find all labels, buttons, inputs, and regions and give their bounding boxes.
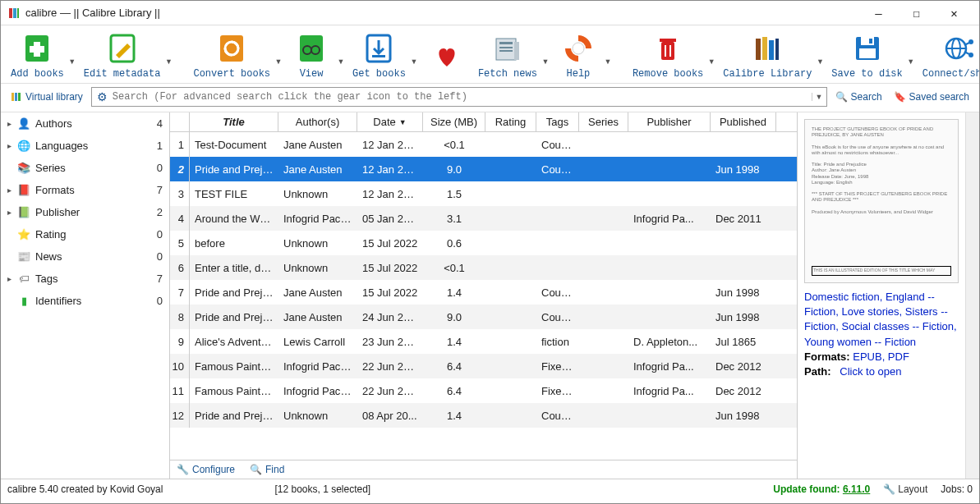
help-button[interactable]: Help <box>554 30 603 80</box>
cell-date: 15 Jul 2022 <box>357 286 423 299</box>
help-dropdown[interactable]: ▼ <box>603 44 613 66</box>
virtual-library-button[interactable]: Virtual library <box>7 89 86 104</box>
cell-size: 6.4 <box>423 360 485 373</box>
window-title: calibre — || Calibre Library || <box>25 7 860 19</box>
saved-search-button[interactable]: 🔖 Saved search <box>890 89 973 104</box>
search-dropdown[interactable]: ▼ <box>812 93 826 101</box>
col-tags[interactable]: Tags <box>536 112 579 131</box>
minimize-button[interactable]: ― <box>860 2 897 25</box>
table-row[interactable]: 8 Pride and Preju... Jane Austen 24 Jun … <box>170 305 797 329</box>
connect-share-button[interactable]: Connect/share <box>919 30 980 80</box>
close-button[interactable]: ✕ <box>936 2 973 25</box>
col-number[interactable] <box>170 112 190 131</box>
cell-title: Enter a title, dis... <box>190 262 278 274</box>
table-row[interactable]: 6 Enter a title, dis... Unknown 15 Jul 2… <box>170 255 797 280</box>
calibre-library-dropdown[interactable]: ▼ <box>815 44 825 66</box>
edit-metadata-label: Edit metadata <box>84 68 161 80</box>
view-icon <box>293 30 329 66</box>
sidebar-item-news[interactable]: 📰News0 <box>1 245 169 268</box>
add-books-dropdown[interactable]: ▼ <box>67 44 77 66</box>
gear-icon[interactable]: ⚙ <box>92 90 113 103</box>
cell-date: 12 Jan 2023 <box>357 188 423 200</box>
get-books-label: Get books <box>352 68 406 80</box>
fetch-news-dropdown[interactable]: ▼ <box>541 44 550 66</box>
main-toolbar: Add books▼Edit metadata▼Convert books▼Vi… <box>1 25 979 84</box>
table-row[interactable]: 12 Pride and Preju... Unknown 08 Apr 20.… <box>170 403 797 428</box>
layout-button[interactable]: 🔧Layout <box>883 483 927 495</box>
table-row[interactable]: 7 Pride and Preju... Jane Austen 15 Jul … <box>170 280 797 305</box>
table-row[interactable]: 4 Around the Wo... Infogrid Pacific 05 J… <box>170 206 797 231</box>
sidebar-label: Series <box>35 162 157 174</box>
book-tags-links[interactable]: Domestic fiction, England -- Fiction, Lo… <box>804 291 957 348</box>
table-row[interactable]: 2 Pride and Preju... Jane Austen 12 Jan … <box>170 157 797 181</box>
sidebar-item-formats[interactable]: ▸📕Formats7 <box>1 179 169 201</box>
cell-author: Lewis Carroll <box>278 336 357 348</box>
update-link[interactable]: 6.11.0 <box>843 483 870 495</box>
search-input[interactable] <box>113 91 812 103</box>
maximize-button[interactable]: ☐ <box>898 2 935 25</box>
view-button[interactable]: View <box>287 30 336 80</box>
category-icon: 🏷 <box>16 273 32 285</box>
cell-size: <0.1 <box>423 139 485 151</box>
calibre-library-button[interactable]: Calibre Library <box>720 30 815 80</box>
table-row[interactable]: 5 before Unknown 15 Jul 2022 0.6 <box>170 231 797 255</box>
grid-header: Title Author(s) Date▼ Size (MB) Rating T… <box>170 112 797 132</box>
configure-button[interactable]: 🔧Configure <box>177 464 235 475</box>
view-label: View <box>300 68 324 80</box>
table-row[interactable]: 10 Famous Paintings Infogrid Pacific 22 … <box>170 354 797 378</box>
heart-button[interactable] <box>422 37 472 73</box>
add-books-label: Add books <box>11 68 64 80</box>
col-series[interactable]: Series <box>579 112 628 131</box>
calibre-library-icon <box>749 30 785 66</box>
cover-caption: THIS IS AN ILLUSTRATED EDITION OF THIS T… <box>812 266 951 276</box>
jobs-status[interactable]: Jobs: 0 <box>941 483 973 495</box>
cell-title: Pride and Preju... <box>190 410 278 422</box>
edit-metadata-button[interactable]: Edit metadata <box>81 30 164 80</box>
col-rating[interactable]: Rating <box>485 112 536 131</box>
add-books-button[interactable]: Add books <box>7 30 67 80</box>
table-row[interactable]: 9 Alice's Adventu... Lewis Carroll 23 Ju… <box>170 329 797 354</box>
edit-metadata-dropdown[interactable]: ▼ <box>163 44 173 66</box>
sidebar-label: Formats <box>35 184 157 196</box>
table-row[interactable]: 3 TEST FILE Unknown 12 Jan 2023 1.5 <box>170 181 797 206</box>
table-row[interactable]: 11 Famous Paintings Infogrid Pacific 22 … <box>170 378 797 403</box>
cell-date: 15 Jul 2022 <box>357 237 423 250</box>
title-bar: calibre — || Calibre Library || ― ☐ ✕ <box>1 1 979 25</box>
status-bar: calibre 5.40 created by Kovid Goyal [12 … <box>1 479 979 498</box>
search-button[interactable]: 🔍 Search <box>832 89 886 104</box>
find-button[interactable]: 🔍Find <box>250 464 284 475</box>
book-formats-links[interactable]: EPUB, PDF <box>853 351 909 363</box>
fetch-news-button[interactable]: Fetch news <box>475 30 541 80</box>
col-title[interactable]: Title <box>190 112 278 131</box>
sidebar-item-languages[interactable]: ▸🌐Languages1 <box>1 135 169 157</box>
book-cover[interactable]: THE PROJECT GUTENBERG EBOOK OF PRIDE AND… <box>804 119 959 283</box>
remove-books-dropdown[interactable]: ▼ <box>706 44 716 66</box>
convert-books-button[interactable]: Convert books <box>190 30 274 80</box>
sidebar-item-identifiers[interactable]: ▮Identifiers0 <box>1 290 169 312</box>
view-dropdown[interactable]: ▼ <box>336 44 346 66</box>
svg-rect-30 <box>869 39 872 44</box>
save-to-disk-button[interactable]: Save to disk <box>828 30 905 80</box>
get-books-button[interactable]: Get books <box>349 30 409 80</box>
row-number: 8 <box>170 305 190 329</box>
col-date[interactable]: Date▼ <box>357 112 423 131</box>
sidebar-item-tags[interactable]: ▸🏷Tags7 <box>1 268 169 290</box>
convert-books-dropdown[interactable]: ▼ <box>274 44 283 66</box>
sidebar-item-authors[interactable]: ▸👤Authors4 <box>1 112 169 135</box>
details-scrollbar[interactable] <box>965 112 979 479</box>
sidebar-item-publisher[interactable]: ▸📗Publisher2 <box>1 201 169 223</box>
cell-tags: Court... <box>536 311 579 323</box>
save-to-disk-dropdown[interactable]: ▼ <box>906 44 916 66</box>
sidebar-item-rating[interactable]: ⭐Rating0 <box>1 223 169 245</box>
sidebar-item-series[interactable]: 📚Series0 <box>1 157 169 179</box>
table-row[interactable]: 1 Test-Document Jane Austen 12 Jan 2023 … <box>170 132 797 157</box>
svg-rect-13 <box>496 39 516 60</box>
path-link[interactable]: Click to open <box>840 365 901 378</box>
col-publisher[interactable]: Publisher <box>628 112 711 131</box>
remove-books-button[interactable]: Remove books <box>629 30 706 80</box>
get-books-dropdown[interactable]: ▼ <box>409 44 419 66</box>
col-author[interactable]: Author(s) <box>278 112 357 131</box>
col-published[interactable]: Published <box>711 112 776 131</box>
cell-size: 3.1 <box>423 213 485 225</box>
col-size[interactable]: Size (MB) <box>423 112 485 131</box>
